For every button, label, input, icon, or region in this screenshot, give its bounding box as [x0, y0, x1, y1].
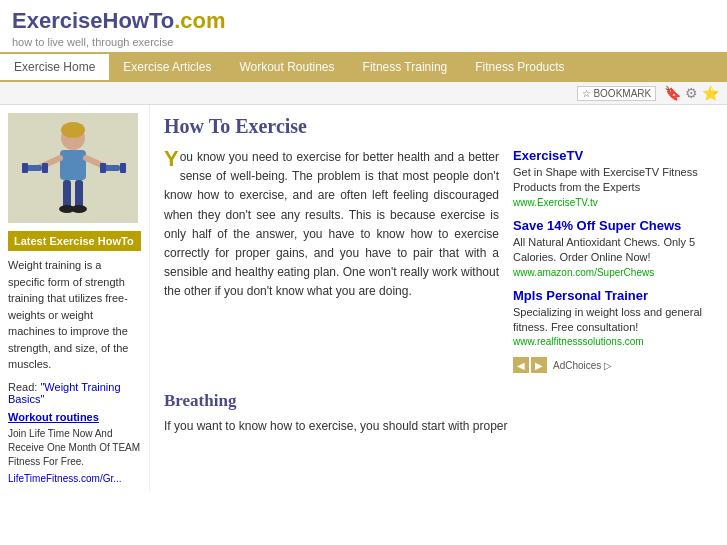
ad-title-2[interactable]: Save 14% Off Super Chews: [513, 218, 713, 233]
sidebar-read: Read: "Weight Training Basics": [8, 381, 141, 405]
workout-routines-link[interactable]: Workout routines: [8, 411, 99, 423]
svg-rect-8: [42, 163, 48, 173]
ad-item-3: Mpls Personal Trainer Specializing in we…: [513, 288, 713, 348]
site-title-text2[interactable]: .com: [174, 8, 225, 33]
nav-item-exercise-articles[interactable]: Exercise Articles: [109, 54, 225, 80]
ad-prev-button[interactable]: ◀: [513, 357, 529, 373]
sidebar-workout-link: Workout routines: [8, 411, 141, 423]
main-body: You know you need to exercise for better…: [164, 148, 713, 379]
ad-controls: ◀ ▶ AdChoices ▷: [513, 357, 713, 373]
ad-url-1[interactable]: www.ExerciseTV.tv: [513, 197, 713, 208]
ad-next-button[interactable]: ▶: [531, 357, 547, 373]
breathing-title: Breathing: [164, 391, 713, 411]
main-title: How To Exercise: [164, 115, 713, 138]
nav-item-fitness-training[interactable]: Fitness Training: [349, 54, 462, 80]
svg-rect-11: [120, 163, 126, 173]
ad-url-2[interactable]: www.amazon.com/SuperChews: [513, 267, 713, 278]
read-prefix: Read:: [8, 381, 40, 393]
bookmark-icons: 🔖 ⚙ ⭐: [664, 85, 719, 101]
svg-rect-9: [104, 165, 120, 171]
ad-desc-2: All Natural Antioxidant Chews. Only 5 Ca…: [513, 235, 713, 266]
nav-item-fitness-products[interactable]: Fitness Products: [461, 54, 578, 80]
ads-column: ExerciseTV Get in Shape with ExerciseTV …: [513, 148, 713, 379]
adchoices-label[interactable]: AdChoices ▷: [553, 360, 612, 371]
svg-rect-10: [100, 163, 106, 173]
nav-item-exercise-home[interactable]: Exercise Home: [0, 54, 109, 80]
bookmark-button[interactable]: ☆ BOOKMARK: [577, 86, 657, 101]
sidebar-description: Weight training is a specific form of st…: [8, 257, 141, 373]
site-title: ExerciseHowTo.com: [12, 8, 715, 34]
main-intro-text: You know you need to exercise for better…: [164, 148, 499, 379]
ad-item-1: ExerciseTV Get in Shape with ExerciseTV …: [513, 148, 713, 208]
svg-rect-6: [26, 165, 42, 171]
sidebar-image: [8, 113, 138, 223]
svg-point-2: [61, 122, 85, 138]
ad-url-3[interactable]: www.realfitnesssolutions.com: [513, 336, 713, 347]
svg-rect-3: [60, 150, 86, 180]
bottom-text: Breathing If you want to know how to exe…: [164, 391, 713, 436]
dropcap: Y: [164, 148, 179, 170]
ad-title-1[interactable]: ExerciseTV: [513, 148, 713, 163]
breathing-text: If you want to know how to exercise, you…: [164, 417, 713, 436]
sidebar: Latest Exercise HowTo Weight training is…: [0, 105, 150, 492]
svg-point-15: [71, 205, 87, 213]
sidebar-join-url[interactable]: LifeTimeFitness.com/Gr...: [8, 473, 141, 484]
svg-rect-12: [63, 180, 71, 208]
ad-item-2: Save 14% Off Super Chews All Natural Ant…: [513, 218, 713, 278]
site-tagline: how to live well, through exercise: [12, 36, 715, 48]
svg-rect-13: [75, 180, 83, 208]
ad-desc-3: Specializing in weight loss and general …: [513, 305, 713, 336]
site-header: ExerciseHowTo.com how to live well, thro…: [0, 0, 727, 52]
intro-body: ou know you need to exercise for better …: [164, 150, 499, 298]
nav-item-workout-routines[interactable]: Workout Routines: [225, 54, 348, 80]
bookmark-bar: ☆ BOOKMARK 🔖 ⚙ ⭐: [0, 82, 727, 105]
content-area: Latest Exercise HowTo Weight training is…: [0, 105, 727, 492]
site-title-text1[interactable]: ExerciseHowTo: [12, 8, 174, 33]
svg-rect-7: [22, 163, 28, 173]
main-content: How To Exercise You know you need to exe…: [150, 105, 727, 492]
sidebar-join-text: Join Life Time Now And Receive One Month…: [8, 427, 141, 469]
ad-title-3[interactable]: Mpls Personal Trainer: [513, 288, 713, 303]
sidebar-latest-box: Latest Exercise HowTo: [8, 231, 141, 251]
main-nav: Exercise Home Exercise Articles Workout …: [0, 52, 727, 82]
ad-desc-1: Get in Shape with ExerciseTV Fitness Pro…: [513, 165, 713, 196]
